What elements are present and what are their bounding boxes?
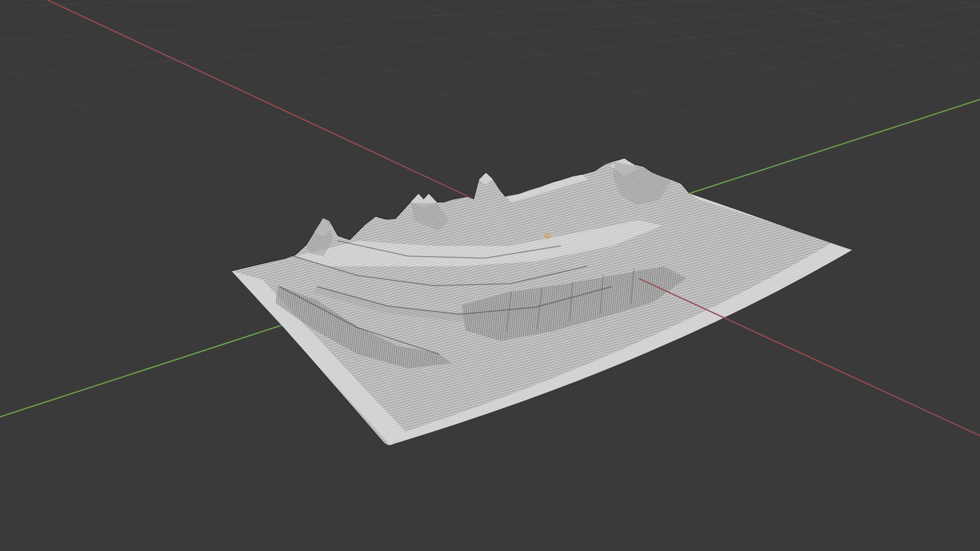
viewport-scene[interactable] xyxy=(0,0,980,551)
origin-dot-icon xyxy=(547,235,548,236)
viewport-canvas[interactable] xyxy=(0,0,980,551)
